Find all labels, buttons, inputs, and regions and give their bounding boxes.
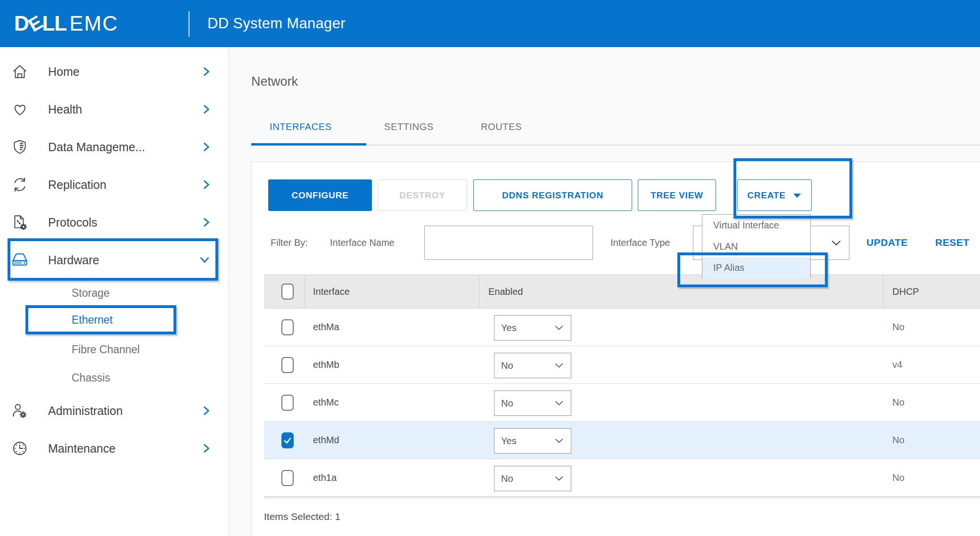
table-row-eth1a: eth1a No No — [264, 459, 980, 497]
dd-system-manager-window: DELLEMC DD System Manager Home Health Da… — [0, 0, 980, 536]
destroy-button[interactable]: DESTROY — [378, 179, 467, 211]
tree-view-button[interactable]: TREE VIEW — [638, 179, 716, 211]
chevron-right-icon — [202, 216, 211, 228]
header-divider — [189, 11, 189, 37]
table-header — [264, 275, 980, 309]
row-checkbox[interactable] — [281, 395, 294, 411]
menu-item-vlan[interactable]: VLAN — [702, 236, 810, 257]
top-header-bar: DELLEMC DD System Manager — [0, 0, 980, 47]
chevron-right-icon — [202, 141, 211, 153]
interface-name-label: Interface Name — [330, 237, 395, 248]
chevron-right-icon — [202, 442, 211, 455]
sidebar-item-ethernet[interactable]: Ethernet — [0, 306, 229, 334]
sidebar-item-health[interactable]: Health — [0, 90, 229, 128]
shield-icon — [10, 138, 29, 155]
select-all-checkbox[interactable] — [281, 284, 294, 300]
chevron-right-icon — [202, 179, 211, 191]
sidebar-item-data-management[interactable]: Data Manageme... — [0, 128, 229, 166]
sidebar-item-storage[interactable]: Storage — [0, 279, 229, 307]
menu-item-ip-alias[interactable]: IP Alias — [702, 257, 810, 278]
enabled-select[interactable]: No — [494, 466, 571, 491]
chevron-down-icon — [554, 400, 564, 406]
chevron-right-icon — [202, 405, 211, 417]
logo-letters-ll: LL — [42, 12, 66, 35]
page-title: Network — [251, 74, 298, 89]
tab-settings[interactable]: SETTINGS — [384, 122, 434, 132]
sidebar-item-administration[interactable]: Administration — [0, 392, 229, 430]
update-link[interactable]: UPDATE — [866, 237, 908, 248]
menu-item-virtual-interface[interactable]: Virtual Interface — [702, 215, 810, 236]
sidebar-item-fibre-channel[interactable]: Fibre Channel — [0, 335, 229, 364]
row-checkbox[interactable] — [281, 357, 294, 373]
sidebar-item-hardware[interactable]: Hardware — [0, 241, 229, 279]
chevron-down-icon — [554, 475, 564, 482]
table-row-ethMb: ethMb No v4 — [264, 346, 980, 384]
row-checkbox[interactable] — [281, 319, 294, 335]
interface-name-input[interactable] — [424, 226, 593, 260]
col-header-dhcp: DHCP — [892, 286, 919, 297]
clock-icon — [10, 440, 29, 457]
sidebar-item-chassis[interactable]: Chassis — [0, 364, 229, 392]
active-tab-indicator — [251, 143, 366, 146]
document-gear-icon — [10, 214, 29, 231]
row-checkbox-checked[interactable] — [281, 432, 294, 448]
table-row-ethMa: ethMa Yes No — [264, 309, 980, 346]
ddns-registration-button[interactable]: DDNS REGISTRATION — [473, 179, 632, 211]
server-icon — [10, 251, 29, 269]
enabled-select[interactable]: Yes — [494, 428, 571, 454]
create-button[interactable]: CREATE — [737, 179, 812, 211]
chevron-right-icon — [202, 65, 211, 78]
chevron-down-icon — [554, 362, 564, 369]
app-title: DD System Manager — [207, 0, 346, 47]
chevron-down-icon — [554, 325, 564, 331]
enabled-select[interactable]: No — [494, 390, 571, 416]
chevron-down-icon — [554, 438, 564, 444]
col-header-enabled: Enabled — [488, 286, 523, 297]
interface-type-label: Interface Type — [610, 237, 670, 248]
sidebar-item-maintenance[interactable]: Maintenance — [0, 430, 229, 467]
sidebar-item-protocols[interactable]: Protocols — [0, 203, 229, 241]
tab-routes[interactable]: ROUTES — [481, 122, 522, 132]
sidebar-item-replication[interactable]: Replication — [0, 166, 229, 203]
chevron-down-icon — [198, 256, 211, 264]
logo-letter-d: D — [14, 12, 29, 35]
dell-emc-logo: DELLEMC — [14, 0, 118, 47]
configure-button[interactable]: CONFIGURE — [268, 179, 372, 211]
user-gear-icon — [10, 402, 29, 419]
caret-down-icon — [792, 192, 802, 199]
filter-by-label: Filter By: — [271, 237, 308, 248]
heart-icon — [10, 101, 29, 118]
chevron-down-icon — [830, 239, 842, 247]
chevron-right-icon — [202, 103, 211, 115]
tab-interfaces[interactable]: INTERFACES — [270, 122, 332, 132]
enabled-select[interactable]: Yes — [494, 315, 571, 341]
logo-emc: EMC — [69, 12, 118, 35]
sidebar-item-home[interactable]: Home — [0, 53, 229, 90]
reset-link[interactable]: RESET — [935, 237, 970, 248]
sync-arrows-icon — [10, 176, 29, 193]
row-checkbox[interactable] — [281, 470, 294, 486]
items-selected-status: Items Selected: 1 — [264, 511, 340, 522]
create-dropdown-menu: Virtual Interface VLAN IP Alias — [702, 214, 811, 278]
table-row-ethMc: ethMc No No — [264, 384, 980, 422]
table-row-ethMd: ethMd Yes No — [264, 422, 980, 459]
col-header-interface: Interface — [313, 286, 350, 297]
enabled-select[interactable]: No — [494, 353, 571, 378]
home-icon — [10, 63, 29, 80]
